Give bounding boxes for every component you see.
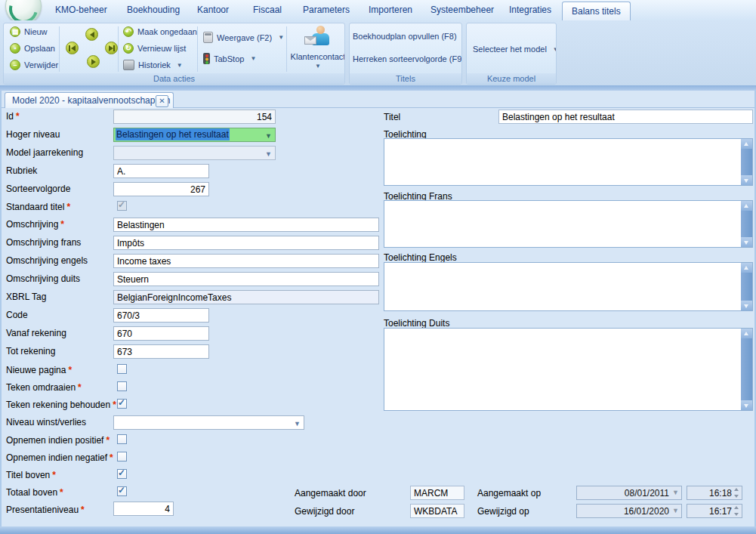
close-icon[interactable]: ✕ bbox=[156, 95, 168, 107]
scroll-up-icon[interactable] bbox=[741, 201, 752, 211]
time-spinner-icon[interactable] bbox=[733, 505, 740, 517]
nav-next-button[interactable] bbox=[87, 55, 100, 68]
scroll-down-icon[interactable] bbox=[741, 237, 752, 247]
field-label-rubriek: Rubriek bbox=[6, 165, 37, 176]
historiek-button[interactable]: Historiek ▼ bbox=[123, 60, 183, 70]
aangemaakt-door-input[interactable] bbox=[410, 486, 464, 500]
standaard-titel-checkbox[interactable] bbox=[117, 201, 127, 211]
ribbon-group-keuze-model: Selecteer het model ▼ Keuze model bbox=[466, 23, 557, 85]
opslaan-button[interactable]: Opslaan bbox=[10, 43, 55, 54]
rubriek-input[interactable] bbox=[113, 164, 209, 178]
menu-tab-balans-titels-active[interactable]: Balans titels bbox=[562, 2, 631, 20]
scroll-up-icon[interactable] bbox=[741, 263, 752, 273]
field-label-omschrijving-duits: Omschrijving duits bbox=[6, 273, 80, 284]
scrollbar[interactable] bbox=[741, 329, 752, 410]
boekhoudplan-opvullen-button[interactable]: Boekhoudplan opvullen (F8) bbox=[353, 32, 457, 41]
view-icon bbox=[203, 32, 213, 43]
totaal-boven-checkbox[interactable] bbox=[117, 486, 127, 496]
field-label-niveau-winst-verlies: Niveau winst/verlies bbox=[6, 417, 86, 428]
chevron-down-icon[interactable]: ▼ bbox=[672, 489, 679, 496]
chevron-down-icon: ▼ bbox=[265, 130, 272, 143]
model-jaarrekening-combo[interactable]: ▼ bbox=[113, 146, 276, 160]
toelichting-duits-textarea[interactable] bbox=[384, 328, 753, 411]
menu-tab-fiscaal[interactable]: Fiscaal bbox=[253, 5, 282, 15]
vernieuw-lijst-button[interactable]: Vernieuw lijst bbox=[123, 43, 186, 54]
selecteer-het-model-button[interactable]: Selecteer het model ▼ bbox=[473, 45, 557, 54]
menu-tab-integraties[interactable]: Integraties bbox=[509, 5, 551, 15]
weergave-button[interactable]: Weergave (F2) ▼ bbox=[203, 32, 284, 43]
time-spinner-icon[interactable] bbox=[733, 487, 740, 499]
scroll-down-icon[interactable] bbox=[741, 301, 752, 310]
scroll-up-icon[interactable] bbox=[741, 329, 752, 338]
nav-first-button[interactable] bbox=[66, 42, 79, 54]
scrollbar[interactable] bbox=[741, 139, 752, 185]
scroll-up-icon[interactable] bbox=[741, 139, 752, 149]
field-label-gewijzigd-op: Gewijzigd op bbox=[477, 506, 529, 517]
toelichting-engels-textarea[interactable] bbox=[384, 262, 753, 311]
hoger-niveau-combo[interactable]: Belastingen op het resultaat ▼ bbox=[113, 128, 276, 142]
field-label-toelichting-engels: Toelichting Engels bbox=[384, 252, 457, 263]
omschrijving-engels-input[interactable] bbox=[113, 254, 379, 268]
document-tab[interactable]: Model 2020 - kapitaalvennootschappen ✕ bbox=[5, 92, 174, 108]
menu-tab-parameters[interactable]: Parameters bbox=[303, 5, 350, 15]
titel-input[interactable] bbox=[498, 110, 753, 124]
refresh-icon bbox=[123, 43, 134, 54]
nav-previous-button[interactable] bbox=[85, 28, 98, 41]
omschrijving-input[interactable] bbox=[113, 218, 379, 232]
klantencontact-button[interactable]: Klantencontact bbox=[288, 52, 345, 61]
opnemen-indien-negatief-checkbox[interactable] bbox=[117, 452, 127, 461]
nav-last-button[interactable] bbox=[105, 42, 118, 54]
omschrijving-frans-input[interactable] bbox=[113, 236, 379, 250]
menu-tab-importeren[interactable]: Importeren bbox=[369, 5, 412, 15]
menu-tab-kmo-beheer[interactable]: KMO-beheer bbox=[55, 5, 107, 15]
scrollbar[interactable] bbox=[741, 201, 752, 247]
chevron-down-icon[interactable]: ▼ bbox=[672, 507, 679, 514]
menu-tab-kantoor[interactable]: Kantoor bbox=[197, 5, 229, 15]
menu-tab-systeembeheer[interactable]: Systeembeheer bbox=[430, 5, 494, 15]
verwijder-button[interactable]: Verwijder bbox=[10, 60, 58, 70]
toelichting-textarea[interactable] bbox=[384, 138, 753, 186]
tot-rekening-input[interactable] bbox=[113, 344, 209, 359]
nieuw-button[interactable]: Nieuw bbox=[10, 26, 48, 37]
chevron-down-icon: ▼ bbox=[294, 418, 301, 431]
scroll-down-icon[interactable] bbox=[741, 400, 752, 410]
id-input[interactable] bbox=[113, 110, 276, 124]
field-label-vanaf-rekening: Vanaf rekening bbox=[6, 328, 66, 338]
scroll-down-icon[interactable] bbox=[741, 175, 752, 185]
presentatieniveau-input[interactable] bbox=[113, 502, 174, 516]
gewijzigd-door-input[interactable] bbox=[410, 504, 464, 518]
tabstop-button[interactable]: TabStop ▼ bbox=[203, 53, 256, 64]
xbrl-tag-input[interactable] bbox=[113, 290, 379, 304]
gewijzigd-op-date-input[interactable] bbox=[576, 504, 682, 518]
customer-contact-icon[interactable] bbox=[304, 26, 330, 48]
code-input[interactable] bbox=[113, 308, 209, 323]
aangemaakt-op-date-input[interactable] bbox=[576, 486, 682, 500]
toelichting-frans-textarea[interactable] bbox=[384, 200, 753, 248]
field-label-totaal-boven: Totaal boven* bbox=[6, 487, 63, 498]
traffic-light-icon bbox=[203, 53, 210, 64]
field-label-hoger-niveau: Hoger niveau bbox=[6, 129, 60, 140]
field-label-xbrl-tag: XBRL Tag bbox=[6, 292, 46, 302]
nav-first-icon bbox=[71, 45, 76, 51]
new-icon bbox=[10, 26, 20, 37]
group-label-titels: Titels bbox=[350, 73, 461, 84]
field-label-code: Code bbox=[6, 310, 28, 320]
sorteervolgorde-input[interactable] bbox=[113, 182, 209, 196]
titel-boven-checkbox[interactable] bbox=[117, 469, 127, 479]
teken-omdraaien-checkbox[interactable] bbox=[117, 381, 127, 391]
herreken-sorteervolgorde-button[interactable]: Herreken sorteervolgorde (F9) bbox=[353, 54, 462, 63]
maak-ongedaan-button[interactable]: Maak ongedaan bbox=[123, 26, 197, 37]
nav-last-icon bbox=[109, 45, 113, 51]
omschrijving-duits-input[interactable] bbox=[113, 272, 379, 286]
niveau-winst-verlies-combo[interactable]: ▼ bbox=[113, 415, 304, 430]
vanaf-rekening-input[interactable] bbox=[113, 326, 209, 341]
chevron-down-icon[interactable]: ▼ bbox=[288, 63, 345, 69]
teken-rekening-behouden-checkbox[interactable] bbox=[117, 399, 127, 409]
scrollbar[interactable] bbox=[741, 263, 752, 310]
menu-tab-boekhouding[interactable]: Boekhouding bbox=[127, 5, 180, 15]
ribbon: Nieuw Opslaan Verwijder Maak ongedaan V bbox=[0, 20, 756, 85]
window-left-edge bbox=[0, 91, 2, 526]
opnemen-indien-positief-checkbox[interactable] bbox=[117, 434, 127, 444]
nieuwe-pagina-checkbox[interactable] bbox=[117, 364, 127, 374]
chevron-down-icon: ▼ bbox=[265, 148, 272, 161]
